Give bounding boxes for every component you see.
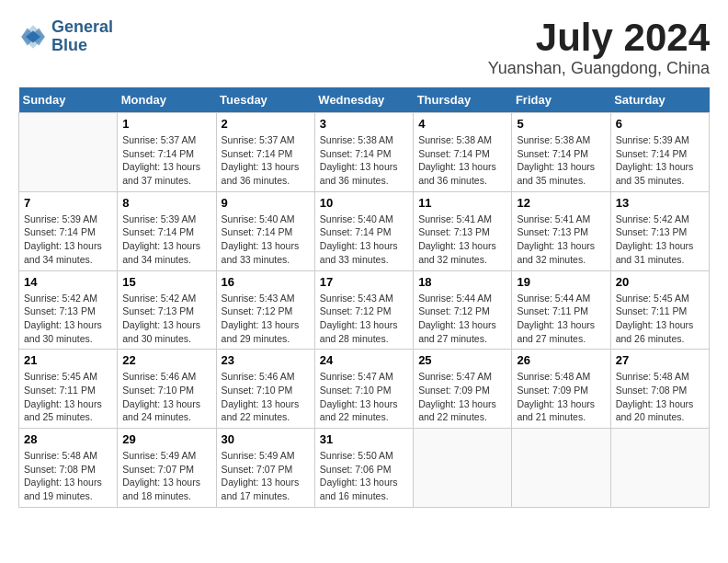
calendar-day-cell: 14Sunrise: 5:42 AMSunset: 7:13 PMDayligh…	[19, 270, 118, 350]
day-number: 2	[222, 117, 310, 131]
calendar-day-cell: 27Sunrise: 5:48 AMSunset: 7:08 PMDayligh…	[610, 350, 709, 429]
weekday-header: Friday	[512, 87, 610, 113]
day-detail: Sunrise: 5:48 AMSunset: 7:09 PMDaylight:…	[517, 370, 605, 424]
day-detail: Sunrise: 5:50 AMSunset: 7:06 PMDaylight:…	[320, 449, 408, 503]
calendar-day-cell: 12Sunrise: 5:41 AMSunset: 7:13 PMDayligh…	[512, 191, 610, 270]
day-detail: Sunrise: 5:38 AMSunset: 7:14 PMDaylight:…	[418, 133, 506, 188]
day-number: 4	[418, 117, 506, 131]
calendar-day-cell: 18Sunrise: 5:44 AMSunset: 7:12 PMDayligh…	[414, 270, 512, 350]
weekday-header: Wednesday	[314, 87, 413, 113]
day-number: 27	[616, 353, 704, 367]
calendar-day-cell: 28Sunrise: 5:48 AMSunset: 7:08 PMDayligh…	[19, 429, 118, 508]
month-year: July 2024	[488, 18, 710, 57]
day-detail: Sunrise: 5:38 AMSunset: 7:14 PMDaylight:…	[517, 133, 605, 188]
day-number: 8	[122, 196, 210, 210]
calendar-week-row: 21Sunrise: 5:45 AMSunset: 7:11 PMDayligh…	[19, 350, 710, 429]
calendar-day-cell: 2Sunrise: 5:37 AMSunset: 7:14 PMDaylight…	[216, 113, 314, 192]
logo: General Blue	[18, 18, 113, 55]
calendar-day-cell	[512, 429, 610, 508]
day-detail: Sunrise: 5:44 AMSunset: 7:12 PMDaylight:…	[418, 292, 506, 346]
calendar-day-cell: 30Sunrise: 5:49 AMSunset: 7:07 PMDayligh…	[216, 429, 314, 508]
page-header: General Blue July 2024 Yuanshan, Guangdo…	[18, 18, 710, 78]
day-number: 13	[616, 196, 704, 210]
day-number: 20	[616, 275, 704, 289]
day-detail: Sunrise: 5:37 AMSunset: 7:14 PMDaylight:…	[122, 133, 210, 188]
day-detail: Sunrise: 5:48 AMSunset: 7:08 PMDaylight:…	[616, 370, 704, 424]
day-number: 29	[122, 432, 210, 446]
day-detail: Sunrise: 5:37 AMSunset: 7:14 PMDaylight:…	[222, 133, 310, 188]
calendar-day-cell: 8Sunrise: 5:39 AMSunset: 7:14 PMDaylight…	[118, 191, 216, 270]
day-detail: Sunrise: 5:41 AMSunset: 7:13 PMDaylight:…	[517, 213, 605, 267]
day-number: 22	[122, 353, 210, 367]
calendar-day-cell: 10Sunrise: 5:40 AMSunset: 7:14 PMDayligh…	[314, 191, 413, 270]
day-detail: Sunrise: 5:49 AMSunset: 7:07 PMDaylight:…	[222, 449, 310, 503]
calendar-week-row: 14Sunrise: 5:42 AMSunset: 7:13 PMDayligh…	[19, 270, 710, 350]
calendar-day-cell: 17Sunrise: 5:43 AMSunset: 7:12 PMDayligh…	[314, 270, 413, 350]
day-detail: Sunrise: 5:44 AMSunset: 7:11 PMDaylight:…	[517, 292, 605, 346]
day-number: 26	[517, 353, 605, 367]
day-number: 23	[222, 353, 310, 367]
calendar-day-cell: 3Sunrise: 5:38 AMSunset: 7:14 PMDaylight…	[314, 113, 413, 192]
day-number: 31	[320, 432, 408, 446]
calendar-week-row: 7Sunrise: 5:39 AMSunset: 7:14 PMDaylight…	[19, 191, 710, 270]
day-number: 21	[24, 353, 112, 367]
location: Yuanshan, Guangdong, China	[488, 59, 710, 78]
day-number: 10	[320, 196, 408, 210]
calendar-header: SundayMondayTuesdayWednesdayThursdayFrid…	[19, 87, 710, 113]
day-detail: Sunrise: 5:41 AMSunset: 7:13 PMDaylight:…	[418, 213, 506, 267]
calendar-day-cell: 20Sunrise: 5:45 AMSunset: 7:11 PMDayligh…	[610, 270, 709, 350]
day-number: 25	[418, 353, 506, 367]
day-number: 7	[24, 196, 112, 210]
logo-text: General Blue	[51, 18, 113, 55]
day-detail: Sunrise: 5:39 AMSunset: 7:14 PMDaylight:…	[24, 213, 112, 267]
calendar-table: SundayMondayTuesdayWednesdayThursdayFrid…	[18, 87, 710, 508]
calendar-day-cell: 16Sunrise: 5:43 AMSunset: 7:12 PMDayligh…	[216, 270, 314, 350]
day-number: 17	[320, 275, 408, 289]
day-detail: Sunrise: 5:42 AMSunset: 7:13 PMDaylight:…	[616, 213, 704, 267]
calendar-day-cell: 22Sunrise: 5:46 AMSunset: 7:10 PMDayligh…	[118, 350, 216, 429]
weekday-header: Thursday	[414, 87, 512, 113]
weekday-header-row: SundayMondayTuesdayWednesdayThursdayFrid…	[19, 87, 710, 113]
calendar-week-row: 1Sunrise: 5:37 AMSunset: 7:14 PMDaylight…	[19, 113, 710, 192]
day-detail: Sunrise: 5:49 AMSunset: 7:07 PMDaylight:…	[122, 449, 210, 503]
calendar-day-cell: 23Sunrise: 5:46 AMSunset: 7:10 PMDayligh…	[216, 350, 314, 429]
day-detail: Sunrise: 5:43 AMSunset: 7:12 PMDaylight:…	[222, 292, 310, 346]
day-detail: Sunrise: 5:45 AMSunset: 7:11 PMDaylight:…	[24, 370, 112, 424]
day-detail: Sunrise: 5:43 AMSunset: 7:12 PMDaylight:…	[320, 292, 408, 346]
calendar-day-cell: 15Sunrise: 5:42 AMSunset: 7:13 PMDayligh…	[118, 270, 216, 350]
day-number: 15	[122, 275, 210, 289]
calendar-day-cell: 13Sunrise: 5:42 AMSunset: 7:13 PMDayligh…	[610, 191, 709, 270]
calendar-day-cell: 24Sunrise: 5:47 AMSunset: 7:10 PMDayligh…	[314, 350, 413, 429]
calendar-day-cell: 31Sunrise: 5:50 AMSunset: 7:06 PMDayligh…	[314, 429, 413, 508]
day-number: 30	[222, 432, 310, 446]
day-detail: Sunrise: 5:39 AMSunset: 7:14 PMDaylight:…	[616, 133, 704, 188]
day-number: 6	[616, 117, 704, 131]
day-detail: Sunrise: 5:47 AMSunset: 7:09 PMDaylight:…	[418, 370, 506, 424]
day-detail: Sunrise: 5:46 AMSunset: 7:10 PMDaylight:…	[222, 370, 310, 424]
calendar-day-cell	[610, 429, 709, 508]
calendar-day-cell: 6Sunrise: 5:39 AMSunset: 7:14 PMDaylight…	[610, 113, 709, 192]
day-number: 12	[517, 196, 605, 210]
logo-icon	[18, 22, 48, 52]
day-detail: Sunrise: 5:39 AMSunset: 7:14 PMDaylight:…	[122, 213, 210, 267]
calendar-day-cell: 25Sunrise: 5:47 AMSunset: 7:09 PMDayligh…	[414, 350, 512, 429]
calendar-week-row: 28Sunrise: 5:48 AMSunset: 7:08 PMDayligh…	[19, 429, 710, 508]
calendar-day-cell: 1Sunrise: 5:37 AMSunset: 7:14 PMDaylight…	[118, 113, 216, 192]
day-detail: Sunrise: 5:40 AMSunset: 7:14 PMDaylight:…	[222, 213, 310, 267]
day-number: 18	[418, 275, 506, 289]
calendar-day-cell: 26Sunrise: 5:48 AMSunset: 7:09 PMDayligh…	[512, 350, 610, 429]
logo-line2: Blue	[51, 37, 113, 55]
calendar-day-cell: 5Sunrise: 5:38 AMSunset: 7:14 PMDaylight…	[512, 113, 610, 192]
calendar-day-cell	[19, 113, 118, 192]
day-number: 19	[517, 275, 605, 289]
calendar-body: 1Sunrise: 5:37 AMSunset: 7:14 PMDaylight…	[19, 113, 710, 508]
calendar-day-cell: 19Sunrise: 5:44 AMSunset: 7:11 PMDayligh…	[512, 270, 610, 350]
weekday-header: Sunday	[19, 87, 118, 113]
calendar-day-cell: 29Sunrise: 5:49 AMSunset: 7:07 PMDayligh…	[118, 429, 216, 508]
day-number: 1	[122, 117, 210, 131]
day-number: 5	[517, 117, 605, 131]
day-number: 9	[222, 196, 310, 210]
day-number: 16	[222, 275, 310, 289]
day-number: 24	[320, 353, 408, 367]
calendar-day-cell: 11Sunrise: 5:41 AMSunset: 7:13 PMDayligh…	[414, 191, 512, 270]
